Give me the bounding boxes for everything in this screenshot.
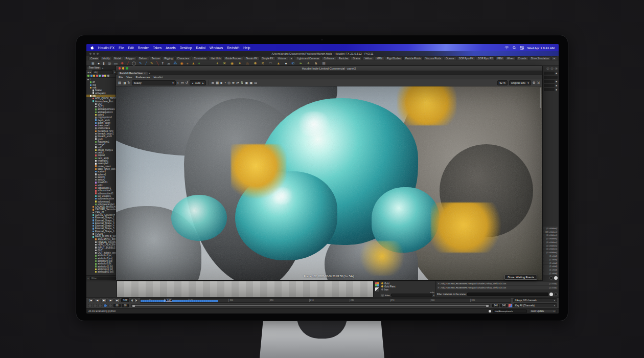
shelf-tab[interactable]: Deform: [137, 56, 149, 60]
global-end-field2[interactable]: 240: [500, 304, 508, 307]
current-frame-field[interactable]: 102: [121, 298, 129, 302]
tree-children-count[interactable]: (1 child): [543, 258, 558, 261]
shelf-tool-icon[interactable]: ♨: [246, 61, 249, 65]
tab-tree-view[interactable]: Tree View: [87, 66, 101, 70]
tree-children-count[interactable]: (1 child): [543, 268, 558, 271]
shelf-tool-icon[interactable]: ✎: [150, 61, 153, 65]
shelf-tool-icon[interactable]: ☁: [167, 61, 170, 65]
filmstrip-panel[interactable]: [117, 281, 374, 297]
palette-grid-icon[interactable]: [375, 282, 379, 286]
render-tool-icon[interactable]: ⊞: [212, 81, 214, 85]
range-start-field[interactable]: 88: [113, 304, 121, 307]
shelf-tab[interactable]: FEM: [495, 56, 504, 60]
shelf-tab[interactable]: Constraints: [192, 56, 208, 60]
render-tool-icon[interactable]: ◨: [123, 81, 126, 85]
shelf-tab[interactable]: Wires: [505, 56, 515, 60]
apple-logo-icon[interactable]: [90, 46, 94, 50]
resize-icon[interactable]: ⇲: [537, 81, 540, 85]
person-icon[interactable]: ☻: [555, 84, 558, 87]
node-type-filter-icon[interactable]: [93, 75, 95, 77]
param-field[interactable]: [544, 80, 555, 83]
render-tool-icon[interactable]: ■: [220, 81, 222, 85]
menubar-item[interactable]: Radial: [196, 46, 205, 50]
global-end-field[interactable]: 240: [492, 304, 499, 307]
menubar-item[interactable]: Windows: [210, 46, 223, 50]
render-menu-item[interactable]: Preferences: [136, 76, 150, 79]
menubar-item[interactable]: File: [119, 46, 124, 50]
shelf-tab[interactable]: Model: [112, 56, 123, 60]
viewport-area[interactable]: Houdini Indie Limited-Commercial - panel…: [117, 66, 542, 281]
shelf-tab[interactable]: +: [551, 56, 557, 60]
shelf-tab[interactable]: Hair Utils: [209, 56, 222, 60]
node-type-filter-icon[interactable]: [90, 75, 93, 77]
shelf-tab[interactable]: Rigid Bodies: [385, 56, 403, 60]
render-window-traffic-lights[interactable]: [119, 67, 128, 69]
shelf-tool-icon[interactable]: ✎: [139, 61, 142, 65]
tree-children-count[interactable]: (1 child): [543, 272, 558, 275]
render-tool-icon[interactable]: ▤: [118, 81, 121, 85]
render-tool-icon[interactable]: ▣: [249, 81, 252, 85]
param-field[interactable]: [544, 76, 558, 79]
tree-filter-input[interactable]: [90, 277, 116, 280]
help-icon[interactable]: ?: [555, 67, 558, 70]
shelf-tool-icon[interactable]: ◎: [108, 61, 111, 65]
audio-toggle[interactable]: [93, 304, 97, 307]
menubar-item[interactable]: Redshift: [227, 46, 239, 50]
scene-material-row[interactable]: ≡ /obj/CACHED_MAINSHAPE/sequackshade2/sh…: [437, 286, 558, 289]
tree-children-count[interactable]: (1 child): [543, 261, 558, 264]
auto-update-select[interactable]: Auto Update ▾: [529, 309, 557, 313]
shelf-tool-icon[interactable]: ▬: [114, 61, 118, 65]
window-traffic-lights[interactable]: [89, 53, 99, 55]
shelf-tool-icon[interactable]: ♦: [198, 61, 200, 65]
node-type-filter-icon[interactable]: [99, 75, 101, 77]
scene-filter-input[interactable]: [467, 293, 548, 296]
size-select[interactable]: Original Size ▾: [509, 80, 531, 85]
node-type-filter-icon[interactable]: [96, 75, 98, 77]
menubar-item[interactable]: Edit: [128, 46, 134, 50]
person-icon[interactable]: ☻: [555, 88, 558, 91]
param-field[interactable]: [544, 72, 555, 75]
range-slider-handle-right[interactable]: [486, 305, 489, 307]
param-field[interactable]: [544, 88, 555, 91]
shelf-tool-icon[interactable]: ▲: [192, 61, 195, 65]
forward-icon[interactable]: ▸: [90, 71, 91, 74]
render-tool-icon[interactable]: ▭: [181, 81, 184, 85]
palette-filter-input[interactable]: [391, 294, 432, 297]
render-image[interactable]: Frame 102: 2026-02-06 20:03:58 (1m 54s): [116, 86, 542, 280]
shelf-tool-icon[interactable]: ≋: [261, 61, 264, 65]
shelf-tool-icon[interactable]: ✆: [291, 61, 294, 65]
shelf-tab[interactable]: Polygon: [124, 56, 136, 60]
render-tool-icon[interactable]: ⇄: [236, 81, 239, 85]
aov-select[interactable]: beauty ▾: [132, 80, 176, 85]
key-icon[interactable]: [509, 304, 512, 307]
tree-children-count[interactable]: (0 children): [543, 248, 558, 251]
node-type-filter-icon[interactable]: [107, 75, 109, 77]
render-menu-item[interactable]: File: [119, 76, 123, 79]
wifi-icon[interactable]: [504, 46, 509, 50]
shelf-tool-icon[interactable]: ╲: [156, 61, 158, 65]
search-icon[interactable]: [513, 46, 516, 50]
control-center-icon[interactable]: [520, 46, 524, 50]
shelf-tool-icon[interactable]: ◯: [132, 61, 136, 65]
shelf-tab[interactable]: Particle Fluids: [403, 56, 423, 60]
dopesheet-toggle[interactable]: [108, 304, 112, 307]
param-field[interactable]: [544, 84, 555, 87]
shelf-tool-icon[interactable]: ⌖: [216, 61, 218, 65]
step-back-button[interactable]: ◀: [95, 298, 100, 302]
range-end-field[interactable]: 88: [122, 304, 129, 307]
node-type-filter-icon[interactable]: [87, 75, 89, 77]
shelf-tab[interactable]: Modify: [100, 56, 111, 60]
shelf-tab[interactable]: Volume: [276, 56, 288, 60]
render-menu-item[interactable]: View: [126, 76, 132, 79]
menubar-item[interactable]: Houdini FX: [98, 46, 114, 50]
shelf-tab[interactable]: Viscous Fluids: [423, 56, 443, 60]
palette-swatch-icon[interactable]: [375, 287, 379, 292]
render-tool-icon[interactable]: ◔: [224, 81, 226, 85]
tree-children-count[interactable]: (0 children): [543, 251, 558, 254]
person-icon[interactable]: ☻: [555, 80, 558, 83]
tab-redshift-renderview[interactable]: Redshift RenderView ×: [118, 72, 148, 75]
stop-button[interactable]: ■: [101, 298, 107, 302]
shelf-tab[interactable]: Grains: [351, 56, 362, 60]
shelf-tool-icon[interactable]: ●: [285, 61, 287, 65]
menubar-item[interactable]: Help: [243, 46, 250, 50]
